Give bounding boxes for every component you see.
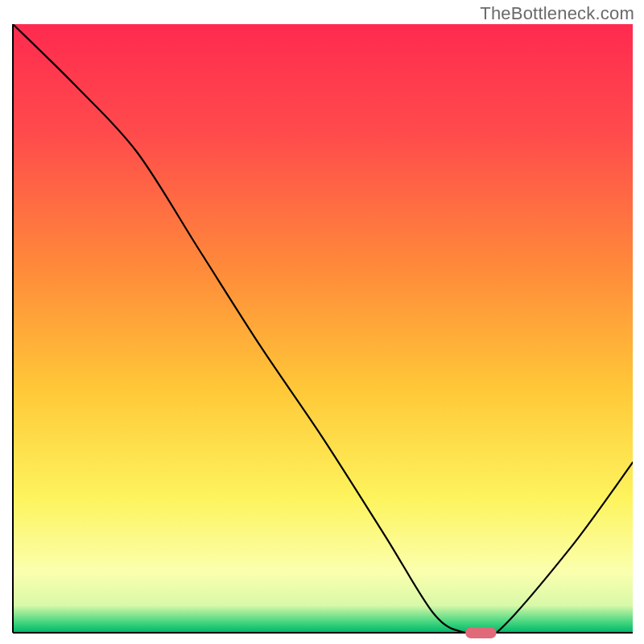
watermark-label: TheBottleneck.com [480,3,634,24]
chart-svg [0,0,644,644]
bottleneck-chart: TheBottleneck.com [0,0,644,644]
optimal-marker [465,627,497,638]
